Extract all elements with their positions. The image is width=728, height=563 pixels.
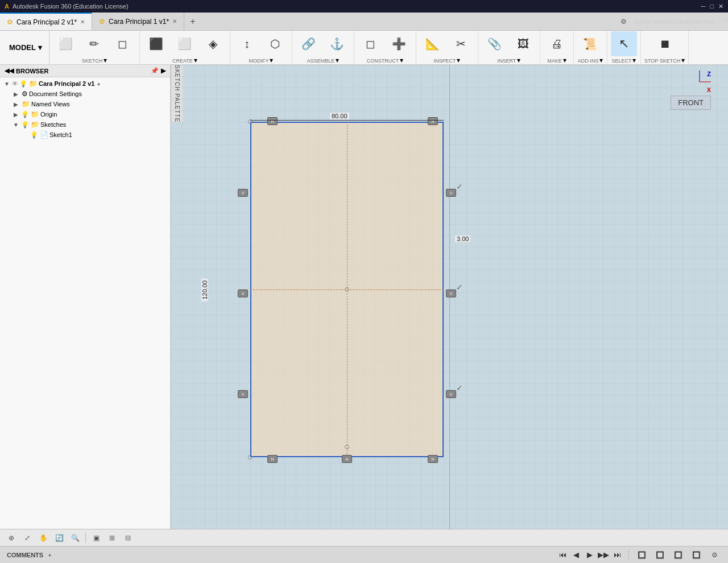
browser-pin-icon[interactable]: 📌 [151, 67, 159, 74]
assemble-button[interactable]: 🔗 [296, 31, 322, 56]
model-dropdown-icon: ▾ [38, 43, 42, 52]
root-eye-icon[interactable]: 👁 [12, 80, 18, 87]
insert-dropdown-icon[interactable]: ▾ [517, 56, 520, 64]
fit-button[interactable]: ⤢ [20, 532, 34, 544]
sketches-expander[interactable]: ▼ [11, 122, 20, 128]
origin-bulb-icon[interactable]: 💡 [21, 111, 29, 118]
grid-button[interactable]: ⊞ [105, 532, 119, 544]
inspect-2-button[interactable]: ✂ [448, 31, 474, 56]
constraint-left-mid: V [238, 289, 248, 297]
create-3-button[interactable]: ◈ [200, 31, 226, 56]
inspect-group-label: INSPECT [433, 58, 456, 64]
timeline-icon-1[interactable]: 🔲 [635, 549, 648, 561]
make-button[interactable]: 🖨 [544, 31, 570, 56]
zoom-button[interactable]: 🔍 [68, 532, 82, 544]
playback-start-button[interactable]: ⏮ [557, 549, 568, 561]
sketch1-bulb-icon[interactable]: 💡 [30, 131, 38, 139]
pan-button[interactable]: ✋ [36, 532, 50, 544]
timeline-icon-2[interactable]: 🔲 [653, 549, 667, 561]
dim-top-line [250, 120, 444, 121]
help-icon[interactable]: ? [724, 17, 728, 26]
canvas-area[interactable]: H H V V V V V V H H H ✓ ✓ ✓ [171, 65, 728, 529]
modify-button[interactable]: ↕ [234, 31, 260, 56]
make-dropdown-icon[interactable]: ▾ [563, 56, 566, 64]
browser-expand-icon[interactable]: ▶ [161, 67, 166, 74]
sketch-dropdown-icon[interactable]: ▾ [104, 56, 107, 64]
playback-play-button[interactable]: ▶ [584, 549, 595, 561]
tab-settings-button[interactable]: ⚙ [615, 18, 632, 26]
doc-settings-expander[interactable]: ▶ [11, 91, 20, 97]
create-button[interactable]: ⬛ [143, 31, 169, 56]
toolbar-group-select: ↖ SELECT ▾ [607, 31, 641, 64]
inspect-dropdown-icon[interactable]: ▾ [457, 56, 460, 64]
playback-next-button[interactable]: ▶▶ [598, 549, 609, 561]
named-views-label: Named Views [31, 101, 70, 107]
modify-2-button[interactable]: ⬡ [262, 31, 288, 56]
sketch-pencil-button[interactable]: ✏ [81, 31, 107, 56]
browser-item-named-views[interactable]: ▶ 📁 Named Views [0, 99, 170, 109]
main-toolbar: MODEL ▾ ⬜ ✏ ◻ SKETCH ▾ ⬛ ⬜ [0, 31, 728, 65]
grid-settings-button[interactable]: ⊟ [121, 532, 135, 544]
create-2-button[interactable]: ⬜ [172, 31, 198, 56]
timeline-icon-4[interactable]: 🔲 [689, 549, 703, 561]
model-menu-button[interactable]: MODEL ▾ [2, 31, 49, 64]
tab-close-button[interactable]: ✕ [80, 19, 85, 25]
select-dropdown-icon[interactable]: ▾ [632, 56, 636, 64]
status-separator [628, 550, 629, 560]
display-button[interactable]: ▣ [89, 532, 103, 544]
add-comment-button[interactable]: + [48, 552, 51, 558]
modify-dropdown-icon[interactable]: ▾ [270, 56, 273, 64]
origin-label: Origin [40, 111, 57, 118]
insert-button[interactable]: 📎 [482, 31, 508, 56]
timeline-icon-3[interactable]: 🔲 [671, 549, 685, 561]
minimize-button[interactable]: ─ [701, 3, 706, 10]
toolbar-group-modify: ↕ ⬡ MODIFY ▾ [230, 31, 292, 64]
browser-item-root[interactable]: ▼ 👁 💡 📁 Cara Principal 2 v1 ● [0, 78, 170, 89]
tab-close-button-2[interactable]: ✕ [172, 18, 177, 24]
origin-expander[interactable]: ▶ [11, 111, 20, 118]
tab-cara-principal-2[interactable]: ⚙ Cara Principal 2 v1* ✕ [0, 13, 92, 30]
browser-item-doc-settings[interactable]: ▶ ⚙ Document Settings [0, 89, 170, 99]
addins-dropdown-icon[interactable]: ▾ [599, 56, 603, 64]
toolbar-group-addins: 📜 ADD-INS ▾ [574, 31, 607, 64]
construct-2-button[interactable]: ➕ [386, 31, 412, 56]
playback-prev-button[interactable]: ◀ [570, 549, 582, 561]
stop-sketch-button[interactable]: ⏹ [652, 31, 678, 56]
sketch-create-button[interactable]: ⬜ [53, 31, 79, 56]
root-extra: ● [97, 81, 100, 87]
orient-button[interactable]: ⊕ [5, 532, 18, 544]
construct-dropdown-icon[interactable]: ▾ [400, 56, 403, 64]
tab-cara-principal-1[interactable]: ⚙ Cara Principal 1 v1* ✕ [92, 13, 184, 30]
create-dropdown-icon[interactable]: ▾ [194, 56, 197, 64]
constraint-right-lower: V [446, 390, 456, 398]
browser-item-sketches[interactable]: ▼ 💡 📁 Sketches [0, 119, 170, 130]
doc-settings-label: Document Settings [29, 90, 82, 97]
browser-collapse-icon[interactable]: ◀◀ [5, 67, 14, 74]
add-tab-button[interactable]: + [184, 16, 201, 27]
named-views-expander[interactable]: ▶ [11, 101, 20, 107]
orbit-button[interactable]: 🔄 [52, 532, 66, 544]
assemble-2-button[interactable]: ⚓ [324, 31, 350, 56]
dim-right-value: 3.00 [457, 235, 469, 242]
maximize-button[interactable]: □ [710, 3, 714, 10]
playback-end-button[interactable]: ⏭ [611, 549, 623, 561]
assemble-dropdown-icon[interactable]: ▾ [336, 56, 339, 64]
settings-wheel-button[interactable]: ⚙ [708, 549, 721, 561]
stop-sketch-dropdown-icon[interactable]: ▾ [681, 56, 685, 64]
dim-height-label: 120.00 [201, 279, 208, 301]
inspect-button[interactable]: 📐 [420, 31, 446, 56]
browser-item-origin[interactable]: ▶ 💡 📁 Origin [0, 109, 170, 119]
addins-button[interactable]: 📜 [577, 31, 603, 56]
root-expander[interactable]: ▼ [2, 81, 11, 87]
sketches-bulb-icon[interactable]: 💡 [21, 121, 29, 129]
close-button[interactable]: ✕ [718, 3, 723, 10]
insert-2-button[interactable]: 🖼 [510, 31, 536, 56]
bottom-left-corner-dot [248, 455, 253, 459]
construct-button[interactable]: ◻ [358, 31, 384, 56]
dim-height-value: 120.00 [201, 280, 208, 300]
browser-item-sketch1[interactable]: 💡 📄 Sketch1 [0, 130, 170, 140]
toolbar-group-stop-sketch: ⏹ STOP SKETCH ▾ [641, 31, 689, 64]
sketch-3d-button[interactable]: ◻ [110, 31, 136, 56]
root-bulb-icon[interactable]: 💡 [19, 80, 27, 88]
select-button[interactable]: ↖ [611, 31, 637, 56]
